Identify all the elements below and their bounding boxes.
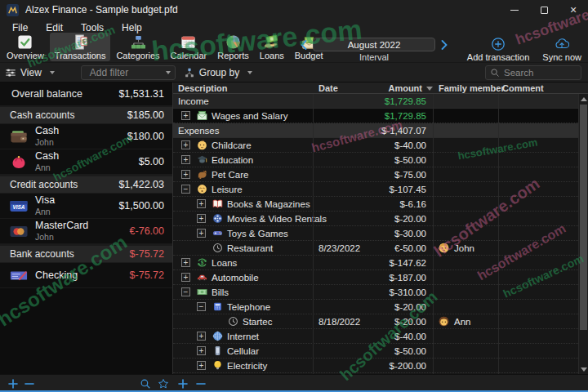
row-amount: $-187.00 (361, 270, 426, 284)
expand-box-icon[interactable]: + (197, 199, 206, 208)
maximize-button[interactable] (529, 0, 559, 20)
expand-box-icon[interactable]: + (181, 155, 190, 164)
table-row-toys-games[interactable]: +Toys & Games$-30.00 (173, 226, 578, 241)
expand-box-icon[interactable]: + (197, 229, 206, 238)
table-row-pet-care[interactable]: +Pet Care$-75.00 (173, 167, 578, 182)
column-header-description[interactable]: Description (178, 82, 228, 94)
row-label: Childcare (212, 140, 252, 150)
next-interval-button[interactable] (441, 40, 448, 50)
overall-balance-label: Overall balance (11, 88, 82, 100)
add-transaction-button[interactable] (176, 377, 189, 390)
svg-text:$: $ (82, 38, 86, 45)
search-box[interactable] (485, 65, 581, 80)
row-amount: $-40.00 (361, 138, 426, 152)
toolbar-button-loans[interactable]: Loans (255, 33, 289, 61)
toolbar-button-label: Reports (217, 51, 249, 60)
account-group-cash-accounts[interactable]: Cash accounts$185.00 (0, 105, 172, 124)
close-button[interactable]: × (559, 0, 588, 20)
table-row-internet[interactable]: +Internet$-40.00 (173, 329, 578, 344)
table-row-wages-and-salary[interactable]: +Wages and Salary$1,729.85 (173, 109, 578, 123)
account-row-visa-ann[interactable]: VISAVisaAnn$1,500.00 (0, 194, 172, 219)
interval-value[interactable]: August 2022 (313, 38, 435, 51)
expand-box-icon[interactable]: + (181, 273, 190, 282)
scroll-up-icon[interactable] (579, 94, 588, 104)
table-row-expenses[interactable]: Expenses$-1,407.07 (173, 123, 578, 138)
view-button[interactable]: View (5, 67, 55, 78)
previous-interval-button[interactable] (301, 40, 307, 50)
expand-box-icon[interactable]: + (181, 170, 190, 179)
toolbar-button-label: Categories (116, 51, 159, 60)
table-row-books-magazines[interactable]: +Books & Magazines$-6.16 (173, 197, 578, 212)
toolbar-button-transactions[interactable]: $Transactions (50, 33, 111, 61)
cloud-sync-icon (555, 37, 569, 51)
account-row-cash-john[interactable]: CashJohn$180.00 (0, 124, 172, 149)
favorites-button[interactable] (157, 377, 170, 390)
add-filter-combobox[interactable]: Add filter (81, 65, 176, 80)
column-header-family-member[interactable]: Family member (439, 82, 505, 94)
scroll-down-icon[interactable] (579, 364, 588, 374)
loans-icon (264, 34, 279, 50)
table-row-loans[interactable]: +$Loans$-147.62 (173, 256, 578, 270)
expand-box-icon[interactable]: + (197, 332, 206, 341)
toolbar-button-reports[interactable]: Reports (212, 33, 254, 61)
collapse-box-icon[interactable]: − (181, 185, 190, 194)
table-row-leisure[interactable]: −Leisure$-107.45 (173, 182, 578, 197)
account-row-cash-ann[interactable]: CashAnn$5.00 (0, 149, 172, 175)
column-header-comment[interactable]: Comment (502, 82, 544, 94)
table-row-childcare[interactable]: +Childcare$-40.00 (173, 138, 578, 153)
expand-box-icon[interactable]: + (181, 111, 190, 120)
table-row-income[interactable]: Income$1,729.85 (173, 94, 578, 109)
vertical-scrollbar[interactable] (578, 94, 588, 374)
toolbar-button-categories[interactable]: Categories (111, 33, 164, 61)
telephone-icon (212, 301, 223, 312)
remove-transaction-button[interactable] (194, 377, 207, 390)
expand-box-icon[interactable]: + (197, 214, 206, 223)
column-header-amount[interactable]: Amount (361, 82, 433, 94)
table-row-telephone[interactable]: −Telephone$-20.00 (173, 300, 578, 314)
table-row-cellular[interactable]: +Cellular$-50.00 (173, 344, 578, 359)
table-row-bills[interactable]: −Bills$-310.00 (173, 285, 578, 300)
transactions-icon: $ (73, 34, 88, 50)
account-row-checking[interactable]: Checking$-75.72 (0, 263, 172, 288)
table-row-education[interactable]: +Education$-50.00 (173, 153, 578, 167)
banknote-icon (197, 287, 207, 297)
table-row-restaurant[interactable]: Restaurant8/23/2022€-50.00John (173, 241, 578, 256)
collapse-box-icon[interactable]: − (197, 302, 206, 311)
add-transaction-button[interactable]: Add transaction (467, 37, 529, 62)
group-by-button[interactable]: Group by (184, 67, 252, 78)
account-owner: Ann (35, 207, 55, 217)
account-group-credit-accounts[interactable]: Credit accounts$1,422.03 (0, 175, 172, 194)
search-transactions-button[interactable] (139, 377, 152, 390)
row-label: Books & Magazines (227, 199, 310, 209)
expand-box-icon[interactable]: + (197, 361, 206, 370)
row-label: Startec (243, 317, 272, 327)
add-account-button[interactable] (7, 377, 20, 390)
toolbar-button-calendar[interactable]: Calendar (166, 33, 212, 61)
table-row-electricity[interactable]: +Electricity$-200.00 (173, 359, 578, 373)
row-amount: $-147.62 (361, 256, 426, 270)
row-amount: $-20.00 (361, 212, 426, 225)
account-group-bank-accounts[interactable]: Bank accounts$-75.72 (0, 244, 172, 263)
account-amount: €-76.00 (130, 225, 164, 237)
table-row-startec[interactable]: Startec8/18/2022$-20.00Ann (173, 314, 578, 329)
toolbar-button-overview[interactable]: Overview (2, 33, 49, 61)
group-by-label: Group by (199, 67, 239, 78)
scrollbar-thumb[interactable] (580, 105, 587, 330)
dog-icon (197, 169, 207, 180)
remove-account-button[interactable] (23, 377, 36, 390)
expand-box-icon[interactable]: + (181, 140, 190, 149)
table-row-movies-video-rentals[interactable]: +Movies & Video Rentals$-20.00 (173, 212, 578, 226)
sync-now-button[interactable]: Sync now (542, 37, 581, 62)
account-row-mastercard-john[interactable]: MasterCardJohn€-76.00 (0, 219, 172, 244)
minimize-button[interactable] (500, 0, 529, 20)
expand-box-icon[interactable]: + (197, 346, 206, 355)
interval-label: Interval (301, 52, 448, 62)
chevron-down-icon (166, 71, 171, 74)
app-window: Alzex Finance - Sample budget.pfd × File… (0, 0, 588, 392)
collapse-box-icon[interactable]: − (181, 287, 190, 296)
expand-box-icon[interactable]: + (181, 258, 190, 267)
column-header-date[interactable]: Date (318, 82, 338, 94)
overall-balance-row[interactable]: Overall balance$1,531.31 (0, 82, 172, 105)
table-row-automobile[interactable]: +Automobile$-187.00 (173, 270, 578, 285)
search-input[interactable] (504, 68, 577, 78)
